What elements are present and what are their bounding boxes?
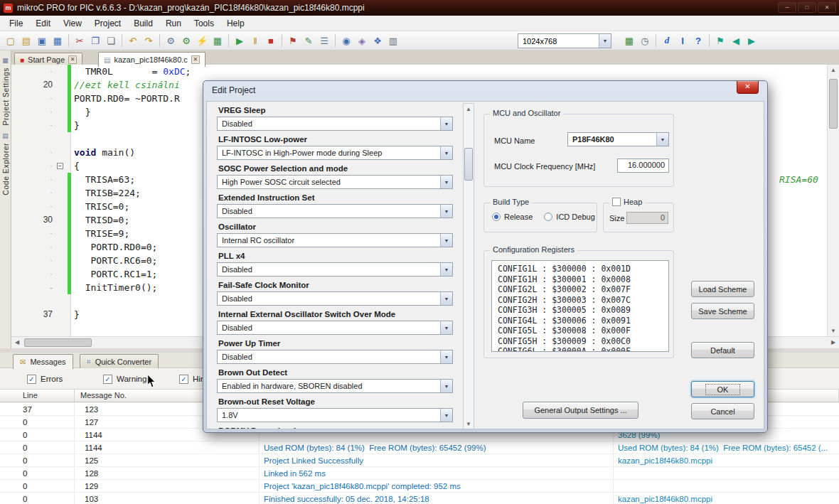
toolbar-icon[interactable] [228, 34, 229, 47]
help-icon[interactable]: ? [690, 33, 706, 48]
filter-checkbox[interactable]: ✓ Warnings [103, 375, 179, 384]
bookmark-icon[interactable]: ⚑ [285, 33, 301, 48]
scroll-down-icon[interactable]: ▼ [828, 326, 839, 336]
build-icon[interactable]: ⚙ [163, 33, 178, 48]
edit-comment-icon[interactable]: ✎ [301, 33, 316, 48]
rebuild-all-icon[interactable]: ⚙ [178, 33, 194, 48]
config-registers-list[interactable]: CONFIG1L : $300000 : 0x001D CONFIG1H : $… [491, 260, 669, 352]
config-option-combo[interactable]: Disabled ▼ [217, 291, 453, 306]
message-row[interactable]: 0 129 Project 'kazan_pic18f46k80.mcppi' … [0, 480, 839, 493]
load-scheme-button[interactable]: Load Scheme [691, 281, 754, 297]
toolbar-icon[interactable] [335, 34, 336, 47]
undo-icon[interactable]: ↶ [125, 33, 141, 48]
sidebar-tab-code-explorer[interactable]: ▤ Code Explorer [0, 132, 11, 195]
minimize-button[interactable]: ─ [778, 2, 796, 13]
message-row[interactable]: 0 125 Project Linked Successfully kazan_… [0, 454, 839, 467]
replace-icon[interactable]: ◈ [354, 33, 370, 48]
config-option-combo[interactable]: LF-INTOSC in High-Power mode during Slee… [217, 146, 453, 160]
scroll-right-icon[interactable]: ▶ [828, 337, 839, 348]
active-comments-icon[interactable]: d [659, 33, 675, 48]
config-option-combo[interactable]: Disabled ▼ [217, 321, 453, 335]
goto-line-icon[interactable]: ⚑ [712, 33, 728, 48]
vscroll-thumb[interactable] [829, 79, 838, 129]
scroll-left-icon[interactable]: ◀ [11, 337, 23, 348]
config-option-combo[interactable]: Disabled ▼ [217, 262, 453, 277]
scroll-up-icon[interactable]: ▲ [464, 104, 474, 114]
editor-vscrollbar[interactable]: ▲ ▼ [827, 65, 839, 336]
navigate-back-icon[interactable]: ◀ [728, 33, 744, 48]
scroll-down-icon[interactable]: ▼ [464, 419, 474, 429]
config-option-combo[interactable]: Disabled ▼ [217, 117, 453, 131]
menu-item[interactable]: File [3, 16, 29, 31]
tab-quick-converter[interactable]: ⌗ Quick Converter [80, 354, 159, 368]
fold-toggle-icon[interactable]: − [57, 163, 63, 169]
title-bar[interactable]: m mikroC PRO for PIC v.6.6.3 - D:\kazan_… [0, 0, 839, 16]
column-header-line[interactable]: Line [0, 390, 75, 402]
tab-close-icon[interactable]: ✕ [191, 55, 200, 64]
save-scheme-button[interactable]: Save Scheme [691, 303, 754, 319]
heap-checkbox[interactable] [612, 198, 621, 206]
resolution-combo[interactable]: 1024x768 ▼ [518, 33, 611, 48]
toolbar-icon[interactable] [709, 34, 710, 47]
toolbar-icon[interactable] [656, 34, 656, 47]
toolbar-icon[interactable] [282, 34, 282, 47]
config-option-combo[interactable]: Disabled ▼ [217, 350, 453, 364]
open-file-icon[interactable]: ▤ [18, 33, 34, 48]
copy-icon[interactable]: ❐ [87, 33, 103, 48]
toolbar-icon[interactable] [159, 34, 160, 47]
ok-button[interactable]: OK [691, 381, 754, 397]
maximize-button[interactable]: □ [798, 2, 816, 13]
toolbar-icon[interactable] [68, 34, 69, 47]
statistics-icon[interactable]: ◷ [637, 33, 653, 48]
menu-item[interactable]: View [57, 16, 88, 31]
paste-icon[interactable]: ❏ [103, 33, 119, 48]
cancel-button[interactable]: Cancel [691, 403, 754, 419]
tab-close-icon[interactable]: ✕ [68, 55, 77, 64]
new-file-icon[interactable]: ▢ [3, 33, 18, 48]
menu-item[interactable]: Project [88, 16, 127, 31]
project-settings-icon[interactable]: ☰ [316, 33, 332, 48]
build-type-radio[interactable]: ICD Debug [544, 213, 594, 221]
heap-size-input[interactable]: 0 [626, 212, 668, 224]
save-file-icon[interactable]: ▣ [34, 33, 50, 48]
program-mcu-icon[interactable]: ▦ [210, 33, 225, 48]
pause-icon[interactable]: ‖ [247, 33, 263, 48]
config-option-combo[interactable]: High Power SOSC circuit selected ▼ [217, 175, 453, 189]
default-button[interactable]: Default [691, 342, 754, 358]
mcu-name-combo[interactable]: P18F46K80 ▼ [567, 132, 669, 146]
config-option-combo[interactable]: Internal RC oscillator ▼ [217, 233, 453, 247]
redo-icon[interactable]: ↷ [141, 33, 156, 48]
message-row[interactable]: 0 103 Finished successfully: 05 dec. 201… [0, 493, 839, 504]
config-option-combo[interactable]: 1.8V ▼ [217, 408, 453, 422]
message-row[interactable]: 0 1144 Used ROM (bytes): 84 (1%) Free RO… [0, 441, 839, 454]
dialog-close-icon[interactable]: ✕ [737, 81, 759, 94]
run-icon[interactable]: ▶ [232, 33, 247, 48]
interrupt-assistant-icon[interactable]: I [675, 33, 690, 48]
general-output-settings-button[interactable]: General Output Settings ... [523, 402, 638, 419]
menu-item[interactable]: Edit [29, 16, 57, 31]
menu-item[interactable]: Tools [188, 16, 220, 31]
tab-messages[interactable]: ✉ Messages [13, 354, 73, 369]
library-manager-icon[interactable]: ❖ [370, 33, 385, 48]
tab-source-file[interactable]: ▤ kazan_pic18f46k80.c ✕ [98, 52, 205, 67]
stop-icon[interactable]: ■ [263, 33, 279, 48]
find-icon[interactable]: ◉ [338, 33, 354, 48]
print-icon[interactable]: ▥ [385, 33, 401, 48]
navigate-forward-icon[interactable]: ▶ [744, 33, 759, 48]
scroll-up-icon[interactable]: ▲ [828, 65, 839, 75]
message-row[interactable]: 0 128 Linked in 562 ms [0, 467, 839, 480]
config-option-combo[interactable]: Disabled ▼ [217, 204, 453, 218]
config-bits-scrollbar[interactable]: ▲ ▼ [463, 103, 474, 429]
config-option-combo[interactable]: Enabled in hardware, SBOREN disabled ▼ [217, 379, 453, 393]
menu-item[interactable]: Run [159, 16, 188, 31]
scroll-thumb[interactable] [464, 148, 473, 181]
filter-checkbox[interactable]: ✓ Errors [27, 375, 103, 384]
save-all-icon[interactable]: ▦ [50, 33, 65, 48]
sidebar-tab-project-settings[interactable]: ▦ Project Settings [0, 57, 11, 126]
mcu-frequency-input[interactable]: 16.000000 [617, 159, 669, 173]
close-button[interactable]: ✕ [818, 2, 836, 13]
menu-item[interactable]: Help [220, 16, 251, 31]
menu-item[interactable]: Build [127, 16, 159, 31]
build-program-icon[interactable]: ⚡ [194, 33, 210, 48]
build-type-radio[interactable]: Release [492, 213, 533, 221]
